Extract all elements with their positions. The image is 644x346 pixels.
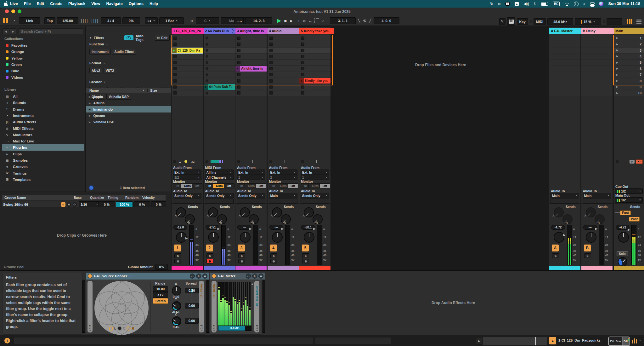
result-row-qosmo[interactable]: ▶Qosmo xyxy=(86,112,171,119)
device-title-bar[interactable]: E4L Meter▭↻▣ xyxy=(210,273,265,280)
back-button[interactable]: ◀ xyxy=(3,28,9,34)
clip-stop-button[interactable] xyxy=(206,61,208,64)
siri-icon[interactable] xyxy=(599,2,603,6)
input-type-select[interactable]: Ext. In▼ xyxy=(301,170,329,175)
scene-play-icon[interactable]: ▶ xyxy=(616,49,618,52)
loop-icon[interactable]: ⟲ xyxy=(362,19,367,23)
sidebar-item-drums[interactable]: ∷Drums xyxy=(2,106,84,112)
max-edit-hand-icon[interactable]: ☞ xyxy=(129,274,133,278)
clip-slot[interactable] xyxy=(299,41,330,47)
scene-row-6[interactable]: ▶6 xyxy=(614,66,644,72)
filter-group-creator[interactable]: Creator▼ xyxy=(89,80,106,84)
clip-slot[interactable] xyxy=(299,48,330,53)
collection-item-videos[interactable]: Videos xyxy=(2,74,84,81)
scene-play-icon[interactable]: ▶ xyxy=(616,67,618,70)
db-readout[interactable]: 0.0 dB xyxy=(218,326,251,331)
collection-item-favorites[interactable]: Favorites xyxy=(2,42,84,49)
scene-play-icon[interactable]: ▶ xyxy=(616,85,618,88)
filter-tag-vst2[interactable]: VST2 xyxy=(104,68,116,73)
output-meter-icon[interactable] xyxy=(632,338,637,343)
groove-col-random[interactable]: Random xyxy=(125,196,138,199)
result-row-apple[interactable]: ▶Apple xyxy=(86,94,171,100)
scene-row-4[interactable]: ▶4 xyxy=(614,54,644,59)
sidebar-item-grooves[interactable]: ≈Grooves xyxy=(2,164,84,170)
clip-stop-button[interactable] xyxy=(206,67,208,70)
clip-stop-button[interactable] xyxy=(206,37,208,39)
metronome-icon[interactable]: ∣∣∣∣ xyxy=(90,19,99,23)
cue-volume-knob[interactable] xyxy=(618,257,627,267)
midi-map-button[interactable]: MIDI xyxy=(534,18,546,25)
clip-stop-button[interactable] xyxy=(301,49,304,52)
clip-slot[interactable] xyxy=(268,41,299,47)
scene-play-icon[interactable]: ▶ xyxy=(616,79,618,82)
sidebar-item-tunings[interactable]: ΨTunings xyxy=(2,170,84,176)
clip-stop-button[interactable] xyxy=(269,79,273,83)
filter-tag-auv2[interactable]: AUv2 xyxy=(89,68,102,73)
clip-slot[interactable] xyxy=(172,84,203,90)
track-header[interactable]: 3 Alright, time is xyxy=(235,28,270,34)
output-select[interactable]: Sends Only▼ xyxy=(237,193,265,198)
input-channel-select[interactable]: 1▼ xyxy=(301,175,329,180)
clip-slot[interactable]: ▶64 Pads Dub Te xyxy=(204,84,235,90)
scene-play-icon[interactable]: ▶ xyxy=(616,55,618,58)
cpu-meter[interactable]: 15 %▼ xyxy=(575,18,601,25)
output-select[interactable]: Main▼ xyxy=(269,193,297,198)
bluetooth-icon[interactable]: ᛒ xyxy=(534,2,536,6)
return-header[interactable]: B Delay xyxy=(581,28,616,34)
x-knob[interactable] xyxy=(172,286,181,296)
clip-slot[interactable] xyxy=(172,66,203,72)
y-knob[interactable] xyxy=(172,301,181,311)
scene-play-icon[interactable]: ▶ xyxy=(616,73,618,76)
session-view-toggle[interactable] xyxy=(627,19,632,24)
sidebar-item-all[interactable]: ▤All xyxy=(2,93,84,100)
computer-midi-keyboard-button[interactable] xyxy=(507,17,515,26)
clip-slot[interactable] xyxy=(172,78,203,84)
clip-slot[interactable] xyxy=(204,78,235,84)
track-activator-button[interactable]: A xyxy=(552,245,559,251)
clip-slot[interactable] xyxy=(299,72,330,78)
clip-stop-button[interactable] xyxy=(301,61,304,64)
groove-quantize-field[interactable]: 0 % xyxy=(98,201,115,207)
solo-button[interactable]: S xyxy=(584,253,591,258)
push-icon[interactable] xyxy=(3,18,10,23)
sidebar-item-templates[interactable]: ⊞Templates xyxy=(2,176,84,183)
overdub-icon[interactable]: ○ xyxy=(321,18,325,23)
fader-handle[interactable]: ▶ xyxy=(185,236,188,240)
scene-row-10[interactable]: ▶10 xyxy=(614,90,644,96)
filter-tag-audio-effect[interactable]: Audio Effect xyxy=(112,49,136,55)
clip-play-button[interactable]: ▶ xyxy=(299,78,304,84)
clip-stop-button[interactable] xyxy=(173,73,177,76)
send-a-knob[interactable] xyxy=(208,207,218,217)
sidebar-item-audio-effects[interactable]: |ǀ|Audio Effects xyxy=(2,119,84,125)
sample-preview-waveform[interactable] xyxy=(483,337,547,346)
range-field[interactable]: 10.00 xyxy=(153,286,168,292)
menu-clock[interactable]: Sun 30 Mar 11:18 xyxy=(608,2,640,6)
pan-knob[interactable] xyxy=(176,232,187,243)
arm-record-button[interactable] xyxy=(238,259,245,263)
groove-drop-zone[interactable]: Drop Clips or Grooves Here xyxy=(19,233,145,238)
device-on-toggle[interactable] xyxy=(88,274,92,278)
output-select[interactable]: Sends Only▼ xyxy=(205,193,234,198)
filter-tag-instrument[interactable]: Instrument xyxy=(89,49,111,55)
clip-stop-button[interactable] xyxy=(237,43,240,46)
solo-button[interactable]: S xyxy=(206,253,213,258)
stereo-button[interactable]: Stereo xyxy=(153,298,168,304)
cue-out-select[interactable]: ▮▮ 1/2▼ xyxy=(615,188,643,194)
clip-slot[interactable] xyxy=(268,35,299,41)
track-activator-button[interactable]: 4 xyxy=(270,245,277,251)
clip-stop-button[interactable] xyxy=(269,43,273,46)
result-row-imaginando[interactable]: ▶Imaginando xyxy=(86,106,171,112)
clip-stop-button[interactable] xyxy=(269,37,273,40)
wifi-icon[interactable] xyxy=(564,2,569,6)
clip-stop-button[interactable] xyxy=(269,67,273,70)
clip-slot[interactable] xyxy=(268,84,299,90)
menu-item-edit[interactable]: Edit xyxy=(37,2,44,6)
clip-stop-button[interactable] xyxy=(237,55,240,58)
fader-handle[interactable]: ▶ xyxy=(281,227,284,230)
back-to-arrangement-icon[interactable]: ← xyxy=(308,19,313,23)
back-to-arrangement-button[interactable]: ▶≡ xyxy=(636,159,643,164)
clip-slot[interactable] xyxy=(235,54,267,59)
hot-swap-icon[interactable]: ↻ xyxy=(196,274,201,279)
clip-slot[interactable] xyxy=(204,66,235,72)
pan-knob[interactable] xyxy=(272,232,283,243)
